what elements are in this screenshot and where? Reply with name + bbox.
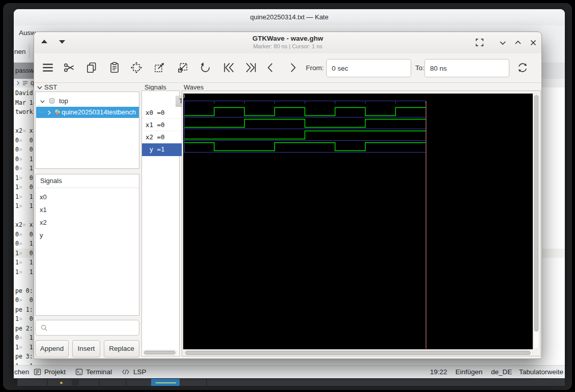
- menu-icon[interactable]: [41, 61, 54, 74]
- toolview-suchen-fragment[interactable]: chen: [14, 366, 29, 378]
- chevron-right-icon[interactable]: [15, 80, 21, 86]
- fullscreen-icon[interactable]: [475, 38, 484, 47]
- status-insert-mode[interactable]: Einfügen: [455, 366, 482, 378]
- tree-label-testbench: quine20250314testbench: [62, 107, 136, 118]
- taskbar[interactable]: [17, 379, 565, 386]
- lsp-code-icon: [121, 368, 131, 376]
- search-icon: [40, 324, 48, 332]
- module-globe-icon: [53, 108, 62, 116]
- maximize-chevron-up-icon[interactable]: [514, 39, 522, 46]
- waves-panel-label: Waves: [184, 83, 204, 91]
- kate-titlebar[interactable]: quine20250314.txt — Kate: [14, 9, 565, 26]
- waves-hscrollbar-thumb[interactable]: [185, 351, 531, 355]
- sst-signals-panel[interactable]: Signals x0x1x2y: [35, 174, 139, 316]
- copy-icon[interactable]: [85, 61, 98, 74]
- taskbar-active-task[interactable]: [151, 379, 180, 386]
- waves-canvas[interactable]: 0: [183, 94, 533, 349]
- taskbar-notification-dot: [60, 382, 63, 384]
- close-icon[interactable]: [529, 39, 537, 47]
- status-cursor-position[interactable]: 19:22: [430, 366, 447, 378]
- replace-button[interactable]: Replace: [104, 340, 139, 357]
- document-list-icon[interactable]: [22, 80, 28, 86]
- signal-list-item[interactable]: x2: [36, 216, 139, 229]
- waves-vscrollbar-thumb[interactable]: [534, 95, 538, 331]
- projekt-icon: [33, 368, 42, 376]
- taskbar-button[interactable]: [72, 379, 79, 385]
- values-hscrollbar[interactable]: [143, 350, 178, 355]
- kate-toolview-bar: chen Projekt Terminal LSP 19:22 Einfüg: [14, 365, 565, 378]
- sst-expander-icon[interactable]: [37, 84, 43, 91]
- sst-tree-panel[interactable]: top quine20250314testbench: [35, 92, 139, 169]
- cut-icon[interactable]: [63, 61, 76, 74]
- taskbar-separator: [206, 379, 207, 386]
- svg-text:0: 0: [183, 94, 185, 99]
- kate-toolbar-separator: [29, 45, 30, 58]
- editor-line: 1» 1»: [14, 361, 565, 366]
- zoom-in-icon[interactable]: [176, 61, 189, 74]
- status-tab-width[interactable]: Tabulatorweite: [519, 366, 563, 378]
- tree-label-top: top: [59, 96, 68, 107]
- to-input[interactable]: [424, 59, 509, 77]
- go-to-start-icon[interactable]: [222, 61, 236, 74]
- tree-row-top[interactable]: top: [36, 96, 138, 107]
- database-icon: [48, 97, 56, 105]
- taskbar-separator: [99, 379, 100, 386]
- undo-icon[interactable]: [199, 61, 212, 74]
- toolview-terminal[interactable]: Terminal: [86, 366, 112, 378]
- signal-search-field[interactable]: [35, 320, 139, 336]
- tree-guide-line: [39, 105, 45, 112]
- gtkwave-subtitle: Marker: 80 ns | Cursor: 1 ns: [34, 43, 541, 49]
- expander-right-icon[interactable]: [46, 110, 52, 115]
- taskbar-separator: [126, 379, 127, 386]
- expander-down-icon[interactable]: [40, 99, 45, 104]
- zoom-out-icon[interactable]: [153, 61, 166, 74]
- insert-button[interactable]: Insert: [72, 340, 100, 357]
- taskbar-active-underline: [156, 382, 176, 383]
- to-label: To:: [415, 64, 424, 72]
- kate-window-title: quine20250314.txt — Kate: [250, 13, 329, 21]
- go-to-end-icon[interactable]: [244, 61, 257, 74]
- zoom-fit-icon[interactable]: [130, 61, 143, 74]
- step-right-icon[interactable]: [286, 61, 299, 74]
- gtkwave-headerbar[interactable]: GTKWave - wave.ghw Marker: 80 ns | Curso…: [34, 32, 541, 54]
- signal-list-item[interactable]: x0: [36, 191, 139, 203]
- tree-row-testbench[interactable]: quine20250314testbench: [36, 107, 139, 118]
- minimize-chevron-down-icon[interactable]: [499, 39, 507, 46]
- kate-toolbar-button-fragment[interactable]: nen: [14, 41, 26, 63]
- step-left-icon[interactable]: [264, 61, 277, 74]
- reload-icon[interactable]: [516, 61, 529, 74]
- values-panel-label: Signals: [145, 83, 166, 91]
- waves-vscrollbar[interactable]: [533, 94, 539, 349]
- from-label: From:: [306, 64, 324, 72]
- gtkwave-title: GTKWave - wave.ghw: [34, 35, 541, 42]
- from-input[interactable]: [326, 59, 411, 77]
- append-button[interactable]: Append: [35, 340, 69, 357]
- signal-list-item[interactable]: y: [36, 229, 139, 242]
- screenshot-root: quine20250314.txt — Kate Ausw nen passwo…: [0, 0, 575, 392]
- sst-signals-header: Signals: [36, 174, 139, 188]
- signal-list-item[interactable]: x1: [36, 203, 139, 216]
- status-dictionary[interactable]: de_DE: [491, 366, 512, 378]
- waves-hscrollbar[interactable]: [184, 350, 533, 356]
- toolview-projekt[interactable]: Projekt: [44, 366, 66, 378]
- values-hscrollbar-thumb[interactable]: [144, 351, 176, 354]
- paste-icon[interactable]: [108, 61, 121, 74]
- sst-label: SST: [44, 83, 57, 91]
- toolview-lsp[interactable]: LSP: [133, 366, 147, 378]
- terminal-icon: [75, 368, 83, 376]
- taskbar-separator: [47, 379, 48, 386]
- gtkwave-window: GTKWave - wave.ghw Marker: 80 ns | Curso…: [34, 32, 542, 359]
- sst-signal-list: x0x1x2y: [36, 188, 139, 242]
